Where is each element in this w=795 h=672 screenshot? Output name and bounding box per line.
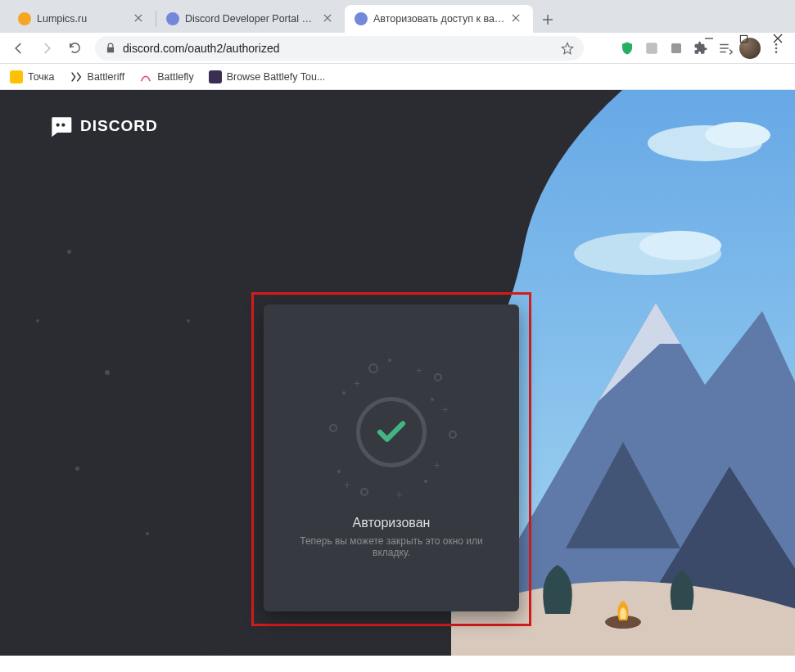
authorized-card: + + + + + + Авторизован Теперь вы можете… <box>264 304 519 611</box>
success-graphic: + + + + + + <box>309 359 473 506</box>
bookmark-icon <box>209 70 222 83</box>
tab-lumpics[interactable]: Lumpics.ru <box>8 5 156 33</box>
decoration-dot <box>75 467 79 471</box>
back-button[interactable] <box>7 36 31 61</box>
forward-button[interactable] <box>34 36 59 61</box>
extension-grey-icon[interactable] <box>641 38 662 59</box>
address-bar[interactable]: discord.com/oauth2/authorized <box>95 36 584 61</box>
extension-shield-icon[interactable] <box>617 38 638 59</box>
discord-icon <box>47 113 74 139</box>
bookmark-label: Battleriff <box>88 71 125 83</box>
window-close-button[interactable] <box>772 33 784 44</box>
extension-cube-icon[interactable] <box>666 38 687 59</box>
page-content: DISCORD + + + + + + Авторизован <box>0 90 795 656</box>
window-minimize-button[interactable] <box>703 33 715 44</box>
svg-point-24 <box>61 124 65 127</box>
new-tab-button[interactable] <box>536 8 559 31</box>
bookmark-battleriff[interactable]: Battleriff <box>70 70 125 83</box>
tab-title: Lumpics.ru <box>37 13 129 25</box>
tab-strip: Lumpics.ru Discord Developer Portal — M … <box>0 0 795 33</box>
checkmark-icon <box>374 415 409 449</box>
bookmark-battlefly[interactable]: Battlefly <box>139 70 193 83</box>
tab-close-icon[interactable] <box>323 13 335 25</box>
browser-toolbar: discord.com/oauth2/authorized <box>0 33 795 64</box>
card-title: Авторизован <box>353 516 431 530</box>
bookmark-tochka[interactable]: Точка <box>10 70 55 83</box>
window-maximize-button[interactable] <box>738 33 749 44</box>
discord-logo: DISCORD <box>47 113 158 139</box>
bookmark-battlefy[interactable]: Browse Battlefy Tou... <box>209 70 326 83</box>
favicon-icon <box>166 12 179 25</box>
url-text: discord.com/oauth2/authorized <box>123 42 554 55</box>
decoration-dot <box>187 319 190 322</box>
extension-music-icon[interactable] <box>592 38 613 59</box>
tab-title: Авторизовать доступ к ваше <box>373 13 506 25</box>
bookmark-icon <box>70 70 83 83</box>
discord-wordmark: DISCORD <box>80 117 158 135</box>
favicon-icon <box>355 12 368 25</box>
bookmarks-bar: Точка Battleriff Battlefly Browse Battle… <box>0 64 795 90</box>
svg-rect-1 <box>740 35 747 42</box>
bookmark-label: Browse Battlefy Tou... <box>227 71 326 83</box>
decoration-dot <box>146 532 149 535</box>
reload-button[interactable] <box>62 36 87 61</box>
decoration-dot <box>36 319 39 322</box>
tab-close-icon[interactable] <box>134 13 146 25</box>
decoration-dot <box>67 250 71 254</box>
svg-rect-12 <box>646 43 657 54</box>
bookmark-icon <box>139 70 152 83</box>
bookmark-label: Точка <box>28 71 55 83</box>
svg-point-16 <box>775 51 778 53</box>
tab-discord-dev[interactable]: Discord Developer Portal — M <box>156 5 345 33</box>
tab-title: Discord Developer Portal — M <box>185 13 318 25</box>
tab-close-icon[interactable] <box>512 13 523 25</box>
window-controls <box>703 33 784 44</box>
favicon-icon <box>18 12 31 25</box>
checkmark-circle <box>356 397 427 467</box>
svg-rect-13 <box>671 43 681 53</box>
lock-icon <box>105 43 116 54</box>
svg-point-15 <box>775 47 778 49</box>
bookmark-icon <box>10 70 23 83</box>
card-subtitle: Теперь вы можете закрыть это окно или вк… <box>280 535 503 558</box>
decoration-dot <box>105 370 110 375</box>
tab-discord-auth[interactable]: Авторизовать доступ к ваше <box>345 5 533 33</box>
bookmark-star-icon[interactable] <box>561 42 574 55</box>
bookmark-label: Battlefly <box>157 71 193 83</box>
svg-point-23 <box>56 124 60 127</box>
